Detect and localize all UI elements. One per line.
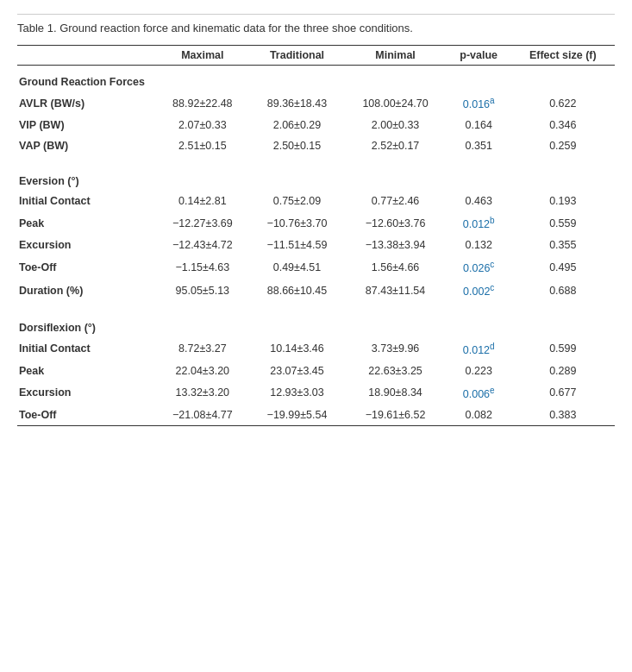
row-label: Peak xyxy=(17,211,155,235)
traditional-cell: 0.75±2.09 xyxy=(250,191,345,211)
pvalue-cell: 0.463 xyxy=(447,191,511,211)
row-label: Toe-Off xyxy=(17,405,155,426)
effect-cell: 0.193 xyxy=(511,191,615,211)
col-header-label xyxy=(17,46,155,66)
minimal-cell: 1.56±4.66 xyxy=(344,255,447,279)
traditional-cell: −10.76±3.70 xyxy=(250,211,345,235)
table-row: Initial Contact 0.14±2.81 0.75±2.09 0.77… xyxy=(17,191,615,211)
minimal-cell: 22.63±3.25 xyxy=(344,361,447,381)
pvalue-cell: 0.351 xyxy=(447,135,511,156)
traditional-cell: 2.50±0.15 xyxy=(250,135,345,156)
effect-cell: 0.599 xyxy=(511,337,615,361)
table-header-row: Maximal Traditional Minimal p-value Effe… xyxy=(17,46,615,66)
section-header-row: Dorsiflexion (°) xyxy=(17,311,615,337)
pvalue-cell: 0.164 xyxy=(447,115,511,135)
row-label: VAP (BW) xyxy=(17,135,155,156)
pvalue-cell: 0.223 xyxy=(447,361,511,381)
effect-cell: 0.383 xyxy=(511,405,615,426)
row-label: VIP (BW) xyxy=(17,115,155,135)
traditional-cell: −11.51±4.59 xyxy=(250,235,345,255)
table-row: AVLR (BW/s) 88.92±22.48 89.36±18.43 108.… xyxy=(17,91,615,115)
traditional-cell: 2.06±0.29 xyxy=(250,115,345,135)
row-label: Toe-Off xyxy=(17,255,155,279)
effect-cell: 0.495 xyxy=(511,255,615,279)
traditional-cell: 12.93±3.03 xyxy=(250,381,345,405)
effect-cell: 0.259 xyxy=(511,135,615,156)
table-row: Excursion −12.43±4.72 −11.51±4.59 −13.38… xyxy=(17,235,615,255)
maximal-cell: 2.07±0.33 xyxy=(155,115,250,135)
effect-cell: 0.355 xyxy=(511,235,615,255)
table-row: Initial Contact 8.72±3.27 10.14±3.46 3.7… xyxy=(17,337,615,361)
minimal-cell: −12.60±3.76 xyxy=(344,211,447,235)
spacer-row xyxy=(17,303,615,311)
minimal-cell: 3.73±9.96 xyxy=(344,337,447,361)
minimal-cell: 0.77±2.46 xyxy=(344,191,447,211)
section-header-row: Ground Reaction Forces xyxy=(17,66,615,92)
table-row: Peak −12.27±3.69 −10.76±3.70 −12.60±3.76… xyxy=(17,211,615,235)
minimal-cell: 2.00±0.33 xyxy=(344,115,447,135)
minimal-cell: −19.61±6.52 xyxy=(344,405,447,426)
table-row: Toe-Off −21.08±4.77 −19.99±5.54 −19.61±6… xyxy=(17,405,615,426)
pvalue-cell: 0.132 xyxy=(447,235,511,255)
section-title: Dorsiflexion (°) xyxy=(17,311,615,337)
pvalue-cell: 0.016a xyxy=(447,91,511,115)
traditional-cell: 89.36±18.43 xyxy=(250,91,345,115)
maximal-cell: −1.15±4.63 xyxy=(155,255,250,279)
table-row: VAP (BW) 2.51±0.15 2.50±0.15 2.52±0.17 0… xyxy=(17,135,615,156)
row-label: Duration (%) xyxy=(17,279,155,302)
col-header-maximal: Maximal xyxy=(155,46,250,66)
row-label: Excursion xyxy=(17,235,155,255)
effect-cell: 0.677 xyxy=(511,381,615,405)
section-header-row: Eversion (°) xyxy=(17,165,615,191)
pvalue-cell: 0.006e xyxy=(447,381,511,405)
maximal-cell: 22.04±3.20 xyxy=(155,361,250,381)
section-title: Eversion (°) xyxy=(17,165,615,191)
traditional-cell: 0.49±4.51 xyxy=(250,255,345,279)
minimal-cell: 108.00±24.70 xyxy=(344,91,447,115)
effect-cell: 0.289 xyxy=(511,361,615,381)
table-row: Toe-Off −1.15±4.63 0.49±4.51 1.56±4.66 0… xyxy=(17,255,615,279)
traditional-cell: 23.07±3.45 xyxy=(250,361,345,381)
maximal-cell: 0.14±2.81 xyxy=(155,191,250,211)
traditional-cell: −19.99±5.54 xyxy=(250,405,345,426)
table-row: Excursion 13.32±3.20 12.93±3.03 18.90±8.… xyxy=(17,381,615,405)
effect-cell: 0.346 xyxy=(511,115,615,135)
row-label: Excursion xyxy=(17,381,155,405)
table-caption: Table 1. Ground reaction force and kinem… xyxy=(17,14,615,35)
row-label: Peak xyxy=(17,361,155,381)
pvalue-cell: 0.026c xyxy=(447,255,511,279)
spacer-row xyxy=(17,156,615,165)
maximal-cell: −12.43±4.72 xyxy=(155,235,250,255)
traditional-cell: 10.14±3.46 xyxy=(250,337,345,361)
maximal-cell: 95.05±5.13 xyxy=(155,279,250,302)
minimal-cell: −13.38±3.94 xyxy=(344,235,447,255)
maximal-cell: −12.27±3.69 xyxy=(155,211,250,235)
maximal-cell: −21.08±4.77 xyxy=(155,405,250,426)
effect-cell: 0.622 xyxy=(511,91,615,115)
minimal-cell: 2.52±0.17 xyxy=(344,135,447,156)
effect-cell: 0.559 xyxy=(511,211,615,235)
table-row: VIP (BW) 2.07±0.33 2.06±0.29 2.00±0.33 0… xyxy=(17,115,615,135)
minimal-cell: 18.90±8.34 xyxy=(344,381,447,405)
pvalue-cell: 0.012b xyxy=(447,211,511,235)
table-row: Duration (%) 95.05±5.13 88.66±10.45 87.4… xyxy=(17,279,615,302)
effect-cell: 0.688 xyxy=(511,279,615,302)
maximal-cell: 8.72±3.27 xyxy=(155,337,250,361)
col-header-traditional: Traditional xyxy=(250,46,345,66)
row-label: AVLR (BW/s) xyxy=(17,91,155,115)
col-header-minimal: Minimal xyxy=(344,46,447,66)
maximal-cell: 13.32±3.20 xyxy=(155,381,250,405)
table-row: Peak 22.04±3.20 23.07±3.45 22.63±3.25 0.… xyxy=(17,361,615,381)
maximal-cell: 2.51±0.15 xyxy=(155,135,250,156)
col-header-effect: Effect size (f) xyxy=(511,46,615,66)
minimal-cell: 87.43±11.54 xyxy=(344,279,447,302)
traditional-cell: 88.66±10.45 xyxy=(250,279,345,302)
pvalue-cell: 0.002c xyxy=(447,279,511,302)
row-label: Initial Contact xyxy=(17,191,155,211)
maximal-cell: 88.92±22.48 xyxy=(155,91,250,115)
row-label: Initial Contact xyxy=(17,337,155,361)
data-table: Maximal Traditional Minimal p-value Effe… xyxy=(17,45,615,426)
pvalue-cell: 0.012d xyxy=(447,337,511,361)
section-title: Ground Reaction Forces xyxy=(17,66,615,92)
col-header-pvalue: p-value xyxy=(447,46,511,66)
